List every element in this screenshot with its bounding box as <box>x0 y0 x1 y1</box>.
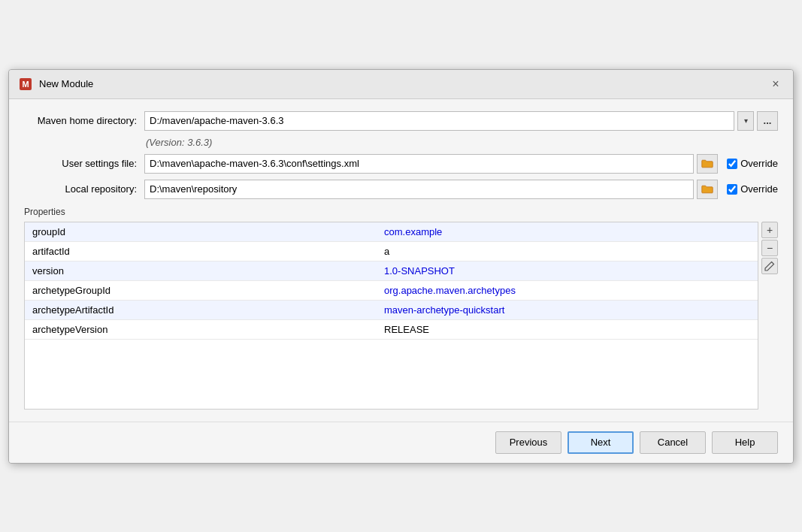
maven-home-browse-button[interactable]: ... <box>757 111 778 131</box>
edit-property-button[interactable] <box>761 258 778 274</box>
title-bar: M New Module × <box>9 70 793 99</box>
property-key: artifactId <box>25 241 377 261</box>
property-key: archetypeGroupId <box>25 280 377 300</box>
maven-home-row: Maven home directory: ▾ ... <box>24 111 778 131</box>
next-button[interactable]: Next <box>567 431 634 454</box>
table-row[interactable]: version1.0-SNAPSHOT <box>25 261 758 280</box>
table-row[interactable]: archetypeVersionRELEASE <box>25 319 758 339</box>
title-bar-left: M New Module <box>18 77 93 92</box>
dialog-icon: M <box>18 77 33 92</box>
properties-container: groupIdcom.exampleartifactIdaversion1.0-… <box>24 222 778 410</box>
property-key: archetypeVersion <box>25 319 377 339</box>
close-button[interactable]: × <box>767 76 784 92</box>
remove-property-button[interactable]: − <box>761 240 778 256</box>
dialog-title: New Module <box>39 78 93 89</box>
add-property-button[interactable]: + <box>761 222 778 238</box>
maven-version-text: (Version: 3.6.3) <box>146 137 778 148</box>
cancel-button[interactable]: Cancel <box>640 431 706 454</box>
help-button[interactable]: Help <box>712 431 778 454</box>
property-key: version <box>25 261 377 280</box>
properties-table: groupIdcom.exampleartifactIdaversion1.0-… <box>25 222 758 340</box>
property-value: a <box>377 241 758 261</box>
property-value: org.apache.maven.archetypes <box>377 280 758 300</box>
user-settings-override-label: Override <box>727 158 778 169</box>
local-repo-controls: Override <box>144 180 778 199</box>
properties-table-wrapper: groupIdcom.exampleartifactIdaversion1.0-… <box>24 222 758 410</box>
properties-section: Properties groupIdcom.exampleartifactIda… <box>24 207 778 410</box>
table-row[interactable]: archetypeGroupIdorg.apache.maven.archety… <box>25 280 758 300</box>
local-repo-input[interactable] <box>144 180 694 199</box>
property-value: com.example <box>377 222 758 242</box>
property-key: archetypeArtifactId <box>25 300 377 319</box>
local-repo-override-checkbox[interactable] <box>727 184 737 195</box>
user-settings-row: User settings file: Override <box>24 154 778 174</box>
dialog-body: Maven home directory: ▾ ... (Version: 3.… <box>9 99 793 422</box>
property-key: groupId <box>25 222 377 242</box>
user-settings-browse-button[interactable] <box>697 154 718 174</box>
user-settings-label: User settings file: <box>24 158 144 169</box>
local-repo-row: Local repository: Override <box>24 180 778 199</box>
properties-title: Properties <box>24 207 778 217</box>
table-row[interactable]: artifactIda <box>25 241 758 261</box>
user-settings-input[interactable] <box>144 154 694 174</box>
local-repo-override-label: Override <box>727 183 778 195</box>
table-side-buttons: + − <box>761 222 778 410</box>
maven-home-dropdown-button[interactable]: ▾ <box>737 111 754 131</box>
local-repo-browse-button[interactable] <box>697 180 718 199</box>
table-row[interactable]: groupIdcom.example <box>25 222 758 242</box>
maven-home-controls: ▾ ... <box>144 111 778 131</box>
maven-home-input[interactable] <box>144 111 734 131</box>
table-row[interactable]: archetypeArtifactIdmaven-archetype-quick… <box>25 300 758 319</box>
local-repo-label: Local repository: <box>24 183 144 195</box>
svg-text:M: M <box>22 80 29 89</box>
maven-home-label: Maven home directory: <box>24 115 144 126</box>
previous-button[interactable]: Previous <box>495 431 561 454</box>
new-module-dialog: M New Module × Maven home directory: ▾ .… <box>8 69 794 464</box>
property-value: 1.0-SNAPSHOT <box>377 261 758 280</box>
user-settings-controls: Override <box>144 154 778 174</box>
property-value: maven-archetype-quickstart <box>377 300 758 319</box>
property-value: RELEASE <box>377 319 758 339</box>
dialog-footer: Previous Next Cancel Help <box>9 422 793 463</box>
user-settings-override-checkbox[interactable] <box>727 159 737 169</box>
